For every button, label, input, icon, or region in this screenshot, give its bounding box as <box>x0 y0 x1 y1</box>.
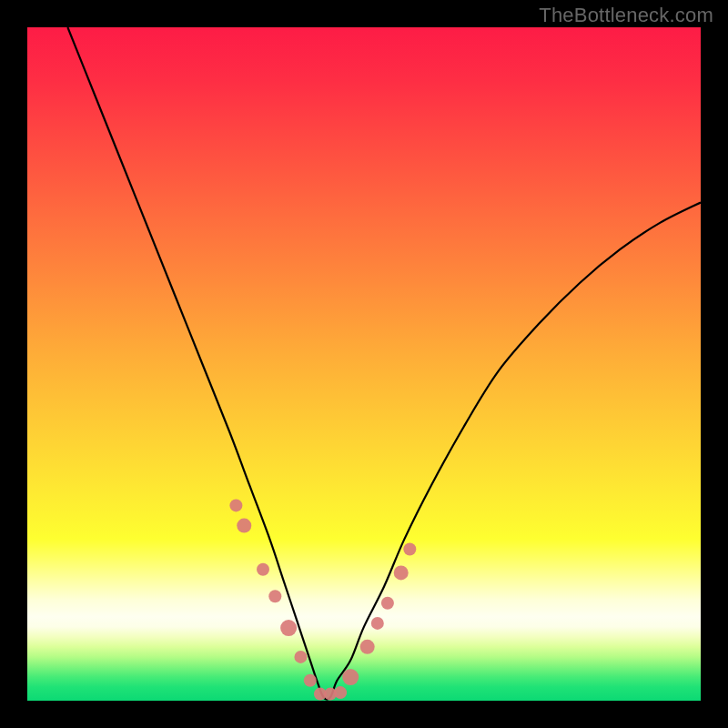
data-marker <box>403 543 416 556</box>
data-marker <box>342 669 359 685</box>
plot-area <box>27 27 701 701</box>
data-marker <box>360 640 375 654</box>
chart-canvas: TheBottleneck.com <box>0 0 728 728</box>
data-marker <box>394 565 409 580</box>
data-marker <box>334 686 347 699</box>
plot-svg <box>27 27 701 701</box>
data-marker <box>229 499 242 511</box>
data-marker <box>294 651 307 663</box>
data-marker <box>280 620 297 636</box>
data-marker <box>381 597 394 610</box>
data-marker <box>257 563 269 576</box>
data-marker <box>304 674 317 687</box>
data-marker <box>268 590 281 602</box>
data-marker <box>371 617 384 630</box>
gradient-background <box>27 27 701 701</box>
watermark-text: TheBottleneck.com <box>539 4 713 27</box>
data-marker <box>237 519 251 533</box>
